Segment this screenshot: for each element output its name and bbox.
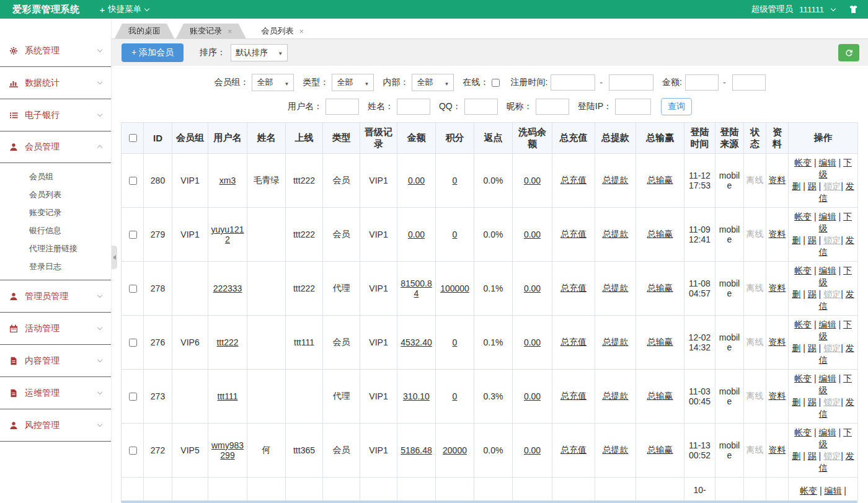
sidebar-group-header-3[interactable]: 会员管理: [0, 131, 111, 163]
sidebar-group-header-8[interactable]: 风控管理: [0, 409, 111, 441]
link-profile[interactable]: 资料: [769, 283, 786, 293]
link-amount[interactable]: 5186.48: [401, 445, 432, 455]
op-change[interactable]: 帐变: [794, 319, 812, 329]
sidebar-subitem-3-0[interactable]: 会员组: [0, 167, 111, 185]
op-delete[interactable]: 删: [792, 235, 800, 245]
link-wash-balance[interactable]: 0.00: [524, 176, 541, 185]
link-profile[interactable]: 资料: [769, 445, 786, 455]
link-username[interactable]: ttt111: [218, 391, 238, 401]
nickname-input[interactable]: [536, 99, 569, 115]
link-winloss[interactable]: 总输赢: [647, 337, 673, 347]
row-checkbox[interactable]: [129, 393, 137, 401]
type-select[interactable]: 全部: [332, 74, 374, 91]
amount-from-input[interactable]: [685, 74, 719, 91]
name-input[interactable]: [397, 99, 430, 115]
amount-to-input[interactable]: [732, 74, 766, 91]
link-withdraw[interactable]: 总提款: [603, 391, 629, 401]
sidebar-subitem-3-1[interactable]: 会员列表: [0, 185, 111, 203]
link-withdraw[interactable]: 总提款: [603, 445, 629, 455]
sidebar-group-header-1[interactable]: 数据统计: [0, 67, 111, 99]
sidebar-subitem-3-2[interactable]: 账变记录: [0, 203, 111, 221]
op-edit[interactable]: 编辑: [824, 486, 841, 496]
op-edit[interactable]: 编辑: [819, 427, 836, 437]
link-recharge[interactable]: 总充值: [560, 283, 587, 293]
quick-menu-button[interactable]: + 快捷菜单: [100, 4, 149, 15]
op-lock[interactable]: 锁定: [823, 181, 841, 191]
op-kick[interactable]: 踢: [808, 235, 817, 245]
link-points[interactable]: 0: [453, 391, 458, 401]
sidebar-group-header-5[interactable]: 活动管理: [0, 313, 111, 344]
row-checkbox[interactable]: [129, 231, 137, 239]
op-change[interactable]: 帐变: [794, 158, 812, 167]
tab-my-desktop[interactable]: 我的桌面: [115, 24, 174, 38]
op-kick[interactable]: 踢: [808, 289, 817, 299]
link-profile[interactable]: 资料: [769, 229, 786, 239]
sidebar-group-header-4[interactable]: 管理员管理: [0, 280, 111, 312]
link-withdraw[interactable]: 总提款: [603, 229, 629, 239]
link-wash-balance[interactable]: 0.00: [524, 229, 541, 239]
link-points[interactable]: 20000: [443, 445, 467, 455]
op-change[interactable]: 帐变: [794, 265, 812, 275]
link-wash-balance[interactable]: 0.00: [524, 445, 541, 455]
horizontal-scrollbar[interactable]: [121, 501, 857, 503]
reg-time-from-input[interactable]: [551, 74, 595, 91]
link-profile[interactable]: 资料: [769, 391, 786, 401]
op-edit[interactable]: 编辑: [819, 265, 836, 275]
username-input[interactable]: [326, 99, 359, 115]
op-change[interactable]: 帐变: [794, 427, 812, 437]
search-button[interactable]: 查询: [661, 98, 692, 115]
sidebar-group-header-7[interactable]: 运维管理: [0, 377, 111, 409]
sidebar-subitem-3-5[interactable]: 登录日志: [0, 257, 111, 275]
op-delete[interactable]: 删: [792, 181, 800, 191]
op-edit[interactable]: 编辑: [819, 211, 836, 221]
link-amount[interactable]: 310.10: [403, 391, 430, 401]
link-amount[interactable]: 0.00: [408, 176, 425, 185]
add-member-button[interactable]: + 添加会员: [122, 43, 184, 62]
op-lock[interactable]: 锁定: [823, 235, 841, 245]
link-wash-balance[interactable]: 0.00: [524, 337, 541, 347]
link-amount[interactable]: 4532.40: [401, 337, 432, 347]
link-username[interactable]: xm3: [219, 176, 236, 185]
link-withdraw[interactable]: 总提款: [603, 337, 629, 347]
op-delete[interactable]: 删: [792, 343, 800, 353]
op-delete[interactable]: 删: [792, 397, 800, 407]
op-lock[interactable]: 锁定: [823, 343, 841, 353]
sidebar-collapse-handle[interactable]: [112, 246, 117, 269]
reg-time-to-input[interactable]: [609, 74, 653, 91]
sidebar-subitem-3-3[interactable]: 银行信息: [0, 221, 111, 239]
op-edit[interactable]: 编辑: [819, 319, 836, 329]
link-points[interactable]: 0: [453, 229, 458, 239]
link-winloss[interactable]: 总输赢: [647, 175, 673, 185]
op-delete[interactable]: 删: [792, 451, 800, 461]
link-username[interactable]: ttt222: [216, 337, 238, 347]
op-lock[interactable]: 锁定: [823, 451, 841, 461]
sidebar-subitem-3-4[interactable]: 代理注册链接: [0, 239, 111, 257]
link-wash-balance[interactable]: 0.00: [524, 283, 541, 293]
tab-account-change[interactable]: 账变记录: [176, 24, 246, 38]
sidebar-group-header-6[interactable]: 内容管理: [0, 345, 111, 376]
tab-member-list[interactable]: 会员列表: [248, 24, 318, 38]
op-kick[interactable]: 踢: [808, 181, 817, 191]
link-points[interactable]: 0: [453, 337, 458, 347]
select-all-checkbox[interactable]: [129, 134, 137, 142]
row-checkbox[interactable]: [129, 177, 137, 185]
link-amount[interactable]: 81500.84: [401, 278, 432, 298]
link-username[interactable]: 222333: [213, 283, 242, 293]
link-recharge[interactable]: 总充值: [560, 337, 587, 347]
row-checkbox[interactable]: [129, 285, 137, 293]
op-change[interactable]: 帐变: [794, 211, 812, 221]
link-winloss[interactable]: 总输赢: [647, 391, 673, 401]
op-change[interactable]: 帐变: [800, 486, 817, 496]
link-winloss[interactable]: 总输赢: [647, 283, 673, 293]
link-recharge[interactable]: 总充值: [560, 391, 587, 401]
op-edit[interactable]: 编辑: [819, 373, 836, 383]
link-withdraw[interactable]: 总提款: [603, 175, 629, 185]
link-recharge[interactable]: 总充值: [560, 445, 587, 455]
link-recharge[interactable]: 总充值: [560, 229, 587, 239]
sort-select[interactable]: 默认排序: [231, 44, 288, 61]
sidebar-group-header-0[interactable]: 系统管理: [0, 35, 111, 66]
link-recharge[interactable]: 总充值: [560, 175, 587, 185]
link-withdraw[interactable]: 总提款: [603, 283, 629, 293]
link-username[interactable]: yuyu1212: [211, 225, 244, 244]
link-username[interactable]: wmy983299: [211, 440, 244, 460]
